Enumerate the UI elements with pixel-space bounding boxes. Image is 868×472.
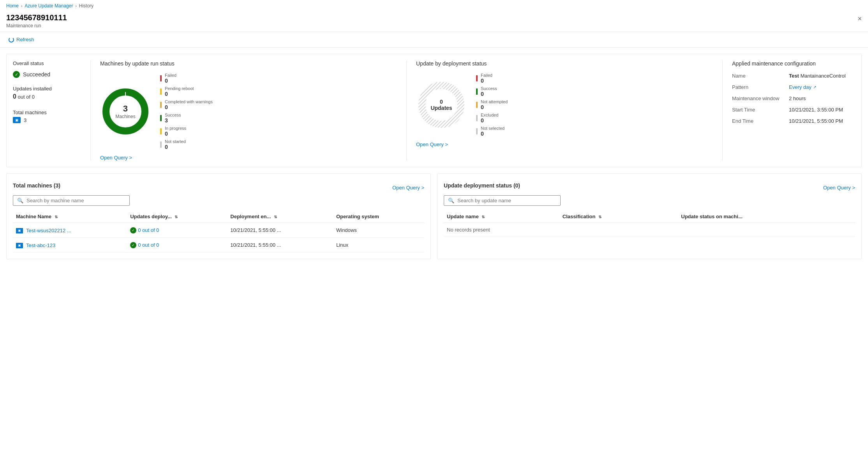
legend-value: 0 xyxy=(165,131,186,137)
breadcrumb-home[interactable]: Home xyxy=(6,3,19,9)
updates-table-head: Update name ⇅ Classification ⇅ Update st… xyxy=(444,210,855,223)
config-start-label: Start Time xyxy=(732,107,783,113)
updates-installed-label: Updates installed xyxy=(13,86,81,92)
updates-chart-title: Update by deployment status xyxy=(416,60,713,67)
legend-bar xyxy=(160,88,162,95)
success-badge: 0 out of 0 xyxy=(130,227,224,233)
machine-name-link[interactable]: Test-wsus202212 ... xyxy=(26,228,71,233)
refresh-button[interactable]: Refresh xyxy=(6,35,37,44)
machines-table-card: Total machines (3) Open Query > 🔍 Machin… xyxy=(6,173,431,259)
page-title: 12345678910111 xyxy=(6,13,862,22)
machines-search-icon: 🔍 xyxy=(17,198,23,203)
breadcrumb-aum[interactable]: Azure Update Manager xyxy=(25,3,73,9)
machine-name-link[interactable]: Test-abc-123 xyxy=(26,242,55,248)
success-dot-icon xyxy=(130,227,136,233)
legend-bar xyxy=(476,88,478,95)
machines-table-open-query[interactable]: Open Query > xyxy=(392,185,424,191)
col-classification: Classification ⇅ xyxy=(559,210,678,223)
updates-link[interactable]: 0 out of 0 xyxy=(138,242,159,248)
updates-num: 0 xyxy=(13,93,16,100)
breadcrumb-history: History xyxy=(79,3,94,9)
sort-icon-machine[interactable]: ⇅ xyxy=(55,215,58,219)
legend-item: In progress 0 xyxy=(160,126,213,137)
legend-value: 3 xyxy=(165,117,181,124)
config-end-val: 10/21/2021, 5:55:00 PM xyxy=(789,118,843,124)
overview-card: Overall status Succeeded Updates install… xyxy=(6,54,862,167)
bc-sep-1: › xyxy=(21,4,22,8)
updates-open-query[interactable]: Open Query > xyxy=(416,141,448,147)
legend-label: Completed with warnings xyxy=(165,99,213,104)
legend-value: 0 xyxy=(481,131,505,137)
bc-sep-2: › xyxy=(75,4,76,8)
success-dot-icon xyxy=(130,242,136,248)
machines-open-query[interactable]: Open Query > xyxy=(100,155,132,161)
status-panel: Overall status Succeeded Updates install… xyxy=(13,60,91,161)
legend-value: 0 xyxy=(165,91,194,97)
config-name-label: Name xyxy=(732,73,783,79)
legend-text: Success 3 xyxy=(165,113,181,124)
status-row: Succeeded xyxy=(13,71,81,78)
breadcrumb: Home › Azure Update Manager › History xyxy=(0,0,868,12)
updates-table-open-query[interactable]: Open Query > xyxy=(823,185,855,191)
refresh-label: Refresh xyxy=(16,37,34,42)
updates-search-input[interactable] xyxy=(457,198,556,203)
legend-bar xyxy=(160,102,162,108)
machines-table-body: ▣ Test-wsus202212 ... 0 out of 0 10/21/2… xyxy=(13,223,424,253)
updates-table-header: Update deployment status (0) Open Query … xyxy=(444,180,855,191)
legend-item: Completed with warnings 0 xyxy=(160,99,213,110)
machine-name-cell: ▣ Test-wsus202212 ... xyxy=(13,223,127,238)
machines-table-head: Machine Name ⇅ Updates deploy... ⇅ Deplo… xyxy=(13,210,424,223)
legend-item: Not selected 0 xyxy=(476,126,508,137)
machines-search-input[interactable] xyxy=(26,198,125,203)
config-window-label: Maintenance window xyxy=(732,95,783,101)
config-name-row: Name Test MantainanceControl xyxy=(732,73,855,79)
updates-donut-text: 0 Updates xyxy=(429,99,454,111)
updates-donut-wrap: 0 Updates xyxy=(416,80,467,130)
config-name-prefix: Test xyxy=(789,73,799,79)
legend-value: 0 xyxy=(165,144,186,150)
top-cards: Overall status Succeeded Updates install… xyxy=(6,54,862,167)
legend-text: Completed with warnings 0 xyxy=(165,99,213,110)
legend-bar xyxy=(160,128,162,134)
legend-text: Not selected 0 xyxy=(481,126,505,137)
legend-item: Not started 0 xyxy=(160,139,213,150)
col-update-status: Update status on machi... xyxy=(678,210,855,223)
sort-icon-updates[interactable]: ⇅ xyxy=(175,215,178,219)
toolbar: Refresh xyxy=(0,32,868,48)
main-content: Overall status Succeeded Updates install… xyxy=(0,48,868,265)
config-pattern-label: Pattern xyxy=(732,84,783,90)
config-panel: Applied maintenance configuration Name T… xyxy=(723,60,855,161)
legend-label: Failed xyxy=(481,73,492,78)
sort-icon-classification[interactable]: ⇅ xyxy=(598,215,602,219)
legend-bar xyxy=(160,75,162,81)
machines-donut-text: Machines xyxy=(115,114,135,119)
machines-legend: Failed 0 Pending reboot 0 Completed with… xyxy=(160,73,213,150)
page-subtitle: Maintenance run xyxy=(6,23,862,28)
updates-link[interactable]: 0 out of 0 xyxy=(138,227,159,233)
legend-item: Failed 0 xyxy=(160,73,213,84)
config-end-label: End Time xyxy=(732,118,783,124)
os-cell: Windows xyxy=(333,223,424,238)
close-button[interactable]: × xyxy=(857,15,862,23)
config-end-row: End Time 10/21/2021, 5:55:00 PM xyxy=(732,118,855,124)
legend-text: Not started 0 xyxy=(165,139,186,150)
updates-search-box[interactable]: 🔍 xyxy=(444,195,561,206)
sort-icon-deployment[interactable]: ⇅ xyxy=(274,215,277,219)
machines-table-header: Total machines (3) Open Query > xyxy=(13,180,424,191)
updates-deploy-cell: 0 out of 0 xyxy=(127,223,227,238)
os-cell: Linux xyxy=(333,238,424,253)
legend-value: 0 xyxy=(481,117,498,124)
config-pattern-val[interactable]: Every day ↗ xyxy=(789,84,816,90)
sort-icon-update-name[interactable]: ⇅ xyxy=(482,215,485,219)
machines-count: 3 xyxy=(24,117,26,123)
legend-bar xyxy=(160,115,162,121)
legend-item: Not attempted 0 xyxy=(476,99,508,110)
legend-text: Excluded 0 xyxy=(481,113,498,124)
refresh-icon xyxy=(9,37,14,42)
machines-table-title: Total machines (3) xyxy=(13,182,60,189)
updates-data-table: Update name ⇅ Classification ⇅ Update st… xyxy=(444,210,855,237)
updates-donut-content: 0 Updates Failed 0 Success 0 Not attempt… xyxy=(416,73,713,137)
machines-search-box[interactable]: 🔍 xyxy=(13,195,130,206)
col-updates-deploy: Updates deploy... ⇅ xyxy=(127,210,227,223)
legend-text: Success 0 xyxy=(481,86,497,97)
